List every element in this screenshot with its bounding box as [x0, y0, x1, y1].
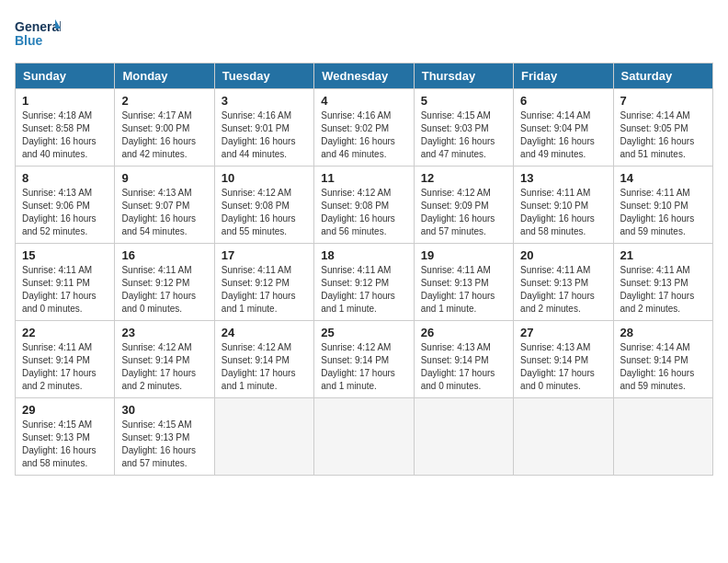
- weekday-header-thursday: Thursday: [414, 63, 513, 89]
- day-cell-26: 26 Sunrise: 4:13 AMSunset: 9:14 PMDaylig…: [414, 321, 513, 398]
- page-header: General Blue: [15, 15, 713, 53]
- day-cell-5: 5 Sunrise: 4:15 AMSunset: 9:03 PMDayligh…: [414, 89, 513, 167]
- day-number: 29: [22, 403, 108, 417]
- weekday-header-tuesday: Tuesday: [214, 63, 313, 89]
- day-number: 20: [520, 248, 606, 262]
- day-info: Sunrise: 4:16 AMSunset: 9:02 PMDaylight:…: [321, 110, 395, 159]
- day-cell-6: 6 Sunrise: 4:14 AMSunset: 9:04 PMDayligh…: [514, 89, 613, 167]
- day-cell-12: 12 Sunrise: 4:12 AMSunset: 9:09 PMDaylig…: [414, 167, 513, 244]
- day-number: 25: [321, 326, 406, 339]
- day-number: 9: [121, 171, 207, 185]
- calendar-week-3: 15 Sunrise: 4:11 AMSunset: 9:11 PMDaylig…: [16, 244, 713, 321]
- day-number: 23: [121, 326, 207, 339]
- day-number: 24: [222, 326, 307, 339]
- day-cell-24: 24 Sunrise: 4:12 AMSunset: 9:14 PMDaylig…: [214, 321, 313, 398]
- day-number: 2: [121, 94, 207, 108]
- calendar-table: SundayMondayTuesdayWednesdayThursdayFrid…: [15, 63, 713, 476]
- day-cell-15: 15 Sunrise: 4:11 AMSunset: 9:11 PMDaylig…: [16, 244, 115, 321]
- day-info: Sunrise: 4:12 AMSunset: 9:08 PMDaylight:…: [321, 188, 395, 236]
- svg-text:Blue: Blue: [15, 33, 43, 48]
- day-info: Sunrise: 4:13 AMSunset: 9:07 PMDaylight:…: [121, 188, 196, 236]
- day-info: Sunrise: 4:17 AMSunset: 9:00 PMDaylight:…: [121, 110, 196, 159]
- day-cell-10: 10 Sunrise: 4:12 AMSunset: 9:08 PMDaylig…: [214, 167, 313, 244]
- day-info: Sunrise: 4:13 AMSunset: 9:14 PMDaylight:…: [520, 342, 595, 391]
- day-number: 11: [321, 171, 406, 185]
- day-number: 27: [520, 326, 606, 339]
- day-info: Sunrise: 4:11 AMSunset: 9:11 PMDaylight:…: [22, 265, 97, 314]
- day-cell-20: 20 Sunrise: 4:11 AMSunset: 9:13 PMDaylig…: [514, 244, 613, 321]
- day-number: 22: [22, 326, 108, 339]
- day-info: Sunrise: 4:13 AMSunset: 9:14 PMDaylight:…: [421, 342, 495, 391]
- day-cell-21: 21 Sunrise: 4:11 AMSunset: 9:13 PMDaylig…: [613, 244, 712, 321]
- day-info: Sunrise: 4:12 AMSunset: 9:14 PMDaylight:…: [121, 342, 196, 391]
- day-info: Sunrise: 4:11 AMSunset: 9:13 PMDaylight:…: [520, 265, 595, 314]
- logo: General Blue: [15, 15, 61, 53]
- day-cell-28: 28 Sunrise: 4:14 AMSunset: 9:14 PMDaylig…: [613, 321, 712, 398]
- day-info: Sunrise: 4:12 AMSunset: 9:14 PMDaylight:…: [222, 342, 296, 391]
- day-cell-4: 4 Sunrise: 4:16 AMSunset: 9:02 PMDayligh…: [314, 89, 414, 167]
- weekday-header-row: SundayMondayTuesdayWednesdayThursdayFrid…: [16, 63, 713, 89]
- calendar-week-4: 22 Sunrise: 4:11 AMSunset: 9:14 PMDaylig…: [16, 321, 713, 398]
- empty-cell: [613, 398, 712, 476]
- day-cell-29: 29 Sunrise: 4:15 AMSunset: 9:13 PMDaylig…: [16, 398, 115, 476]
- day-cell-25: 25 Sunrise: 4:12 AMSunset: 9:14 PMDaylig…: [314, 321, 414, 398]
- day-number: 5: [421, 94, 506, 108]
- day-number: 8: [22, 171, 108, 185]
- day-info: Sunrise: 4:16 AMSunset: 9:01 PMDaylight:…: [222, 110, 296, 159]
- day-cell-11: 11 Sunrise: 4:12 AMSunset: 9:08 PMDaylig…: [314, 167, 414, 244]
- calendar-week-1: 1 Sunrise: 4:18 AMSunset: 8:58 PMDayligh…: [16, 89, 713, 167]
- day-info: Sunrise: 4:15 AMSunset: 9:03 PMDaylight:…: [421, 110, 495, 159]
- day-cell-13: 13 Sunrise: 4:11 AMSunset: 9:10 PMDaylig…: [514, 167, 613, 244]
- day-number: 10: [222, 171, 307, 185]
- day-info: Sunrise: 4:12 AMSunset: 9:09 PMDaylight:…: [421, 188, 495, 236]
- day-number: 28: [620, 326, 706, 339]
- day-info: Sunrise: 4:11 AMSunset: 9:12 PMDaylight:…: [321, 265, 395, 314]
- day-info: Sunrise: 4:11 AMSunset: 9:12 PMDaylight:…: [121, 265, 196, 314]
- day-cell-22: 22 Sunrise: 4:11 AMSunset: 9:14 PMDaylig…: [16, 321, 115, 398]
- day-info: Sunrise: 4:12 AMSunset: 9:08 PMDaylight:…: [222, 188, 296, 236]
- day-number: 4: [321, 94, 406, 108]
- calendar-week-5: 29 Sunrise: 4:15 AMSunset: 9:13 PMDaylig…: [16, 398, 713, 476]
- day-cell-17: 17 Sunrise: 4:11 AMSunset: 9:12 PMDaylig…: [214, 244, 313, 321]
- svg-text:General: General: [15, 19, 61, 34]
- day-number: 6: [520, 94, 606, 108]
- day-info: Sunrise: 4:11 AMSunset: 9:10 PMDaylight:…: [520, 188, 595, 236]
- day-number: 26: [421, 326, 506, 339]
- day-cell-3: 3 Sunrise: 4:16 AMSunset: 9:01 PMDayligh…: [214, 89, 313, 167]
- day-cell-14: 14 Sunrise: 4:11 AMSunset: 9:10 PMDaylig…: [613, 167, 712, 244]
- day-info: Sunrise: 4:14 AMSunset: 9:05 PMDaylight:…: [620, 110, 695, 159]
- weekday-header-sunday: Sunday: [16, 63, 115, 89]
- day-cell-23: 23 Sunrise: 4:12 AMSunset: 9:14 PMDaylig…: [115, 321, 214, 398]
- day-info: Sunrise: 4:15 AMSunset: 9:13 PMDaylight:…: [121, 419, 196, 468]
- calendar-week-2: 8 Sunrise: 4:13 AMSunset: 9:06 PMDayligh…: [16, 167, 713, 244]
- empty-cell: [414, 398, 513, 476]
- day-info: Sunrise: 4:11 AMSunset: 9:12 PMDaylight:…: [222, 265, 296, 314]
- empty-cell: [314, 398, 414, 476]
- day-number: 7: [620, 94, 706, 108]
- day-number: 30: [121, 403, 207, 417]
- day-info: Sunrise: 4:11 AMSunset: 9:10 PMDaylight:…: [620, 188, 695, 236]
- day-number: 19: [421, 248, 506, 262]
- day-info: Sunrise: 4:18 AMSunset: 8:58 PMDaylight:…: [22, 110, 97, 159]
- day-number: 3: [222, 94, 307, 108]
- day-cell-7: 7 Sunrise: 4:14 AMSunset: 9:05 PMDayligh…: [613, 89, 712, 167]
- empty-cell: [514, 398, 613, 476]
- day-info: Sunrise: 4:12 AMSunset: 9:14 PMDaylight:…: [321, 342, 395, 391]
- day-number: 18: [321, 248, 406, 262]
- day-cell-9: 9 Sunrise: 4:13 AMSunset: 9:07 PMDayligh…: [115, 167, 214, 244]
- day-number: 16: [121, 248, 207, 262]
- empty-cell: [214, 398, 313, 476]
- day-info: Sunrise: 4:11 AMSunset: 9:14 PMDaylight:…: [22, 342, 97, 391]
- day-info: Sunrise: 4:11 AMSunset: 9:13 PMDaylight:…: [620, 265, 695, 314]
- logo-svg: General Blue: [15, 15, 61, 53]
- day-cell-2: 2 Sunrise: 4:17 AMSunset: 9:00 PMDayligh…: [115, 89, 214, 167]
- day-info: Sunrise: 4:11 AMSunset: 9:13 PMDaylight:…: [421, 265, 495, 314]
- weekday-header-friday: Friday: [514, 63, 613, 89]
- day-cell-19: 19 Sunrise: 4:11 AMSunset: 9:13 PMDaylig…: [414, 244, 513, 321]
- day-info: Sunrise: 4:14 AMSunset: 9:14 PMDaylight:…: [620, 342, 695, 391]
- weekday-header-saturday: Saturday: [613, 63, 712, 89]
- day-cell-30: 30 Sunrise: 4:15 AMSunset: 9:13 PMDaylig…: [115, 398, 214, 476]
- day-number: 13: [520, 171, 606, 185]
- weekday-header-wednesday: Wednesday: [314, 63, 414, 89]
- day-number: 12: [421, 171, 506, 185]
